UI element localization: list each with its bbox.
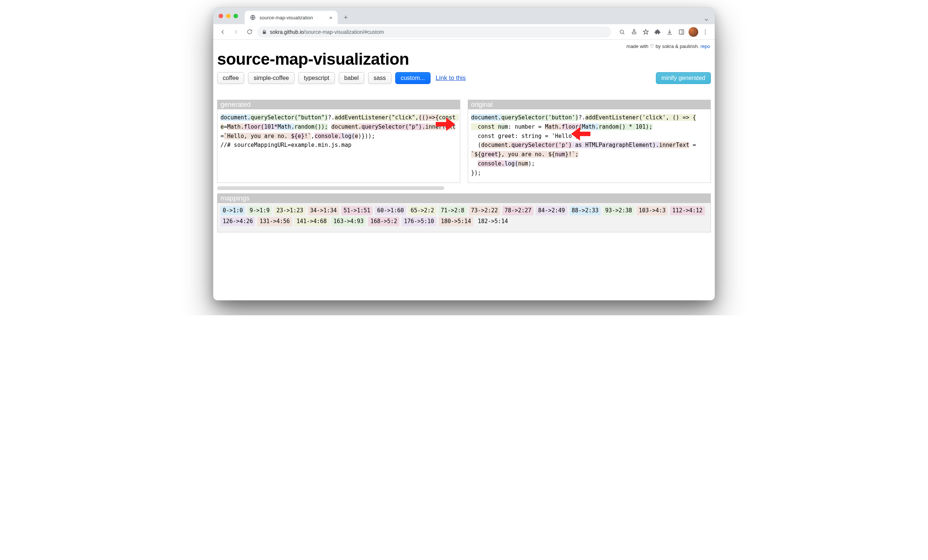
mapping-chip[interactable]: 65->2:2: [408, 206, 436, 215]
custom-button[interactable]: custom...: [395, 72, 430, 84]
svg-rect-3: [679, 30, 684, 34]
example-typescript-button[interactable]: typescript: [298, 72, 334, 84]
link-to-this[interactable]: Link to this: [436, 74, 466, 82]
mapping-chip[interactable]: 34->1:34: [308, 206, 339, 215]
forward-button[interactable]: [230, 26, 242, 38]
browser-window: source-map-visualization × +: [213, 8, 715, 301]
profile-avatar[interactable]: [688, 26, 699, 38]
new-tab-button[interactable]: +: [340, 12, 351, 23]
mappings-panel: mappings 0->1:09->1:923->1:2334->1:3451-…: [217, 193, 711, 232]
mapping-chip[interactable]: 163->4:93: [331, 217, 366, 226]
url-text: sokra.github.io/source-map-visualization…: [270, 29, 384, 35]
example-simple-coffee-button[interactable]: simple-coffee: [248, 72, 295, 84]
mapping-chip[interactable]: 93->2:38: [603, 206, 634, 215]
generated-code[interactable]: document.querySelector("button")?.addEve…: [218, 109, 460, 155]
svg-point-4: [705, 29, 706, 30]
browser-tab[interactable]: source-map-visualization ×: [245, 11, 337, 24]
mapping-chip[interactable]: 23->1:23: [274, 206, 305, 215]
browser-tabstrip: source-map-visualization × +: [214, 8, 714, 24]
mapping-chip[interactable]: 176->5:10: [401, 217, 436, 226]
mapping-chip[interactable]: 88->2:33: [569, 206, 601, 215]
mapping-chip[interactable]: 0->1:0: [220, 206, 245, 215]
page-content: made with ♡ by sokra & paulirish. repo s…: [214, 40, 714, 300]
mappings-panel-header: mappings: [218, 194, 710, 203]
example-sass-button[interactable]: sass: [368, 72, 392, 84]
svg-point-6: [705, 34, 706, 34]
tabs-overflow-icon[interactable]: [704, 17, 710, 23]
page-title: source-map-visualization: [217, 50, 711, 69]
svg-point-5: [705, 31, 706, 32]
browser-toolbar: sokra.github.io/source-map-visualization…: [214, 24, 714, 40]
toolbar-actions: [617, 26, 711, 38]
mapping-chip[interactable]: 60->1:60: [375, 206, 406, 215]
extensions-icon[interactable]: [652, 26, 663, 38]
back-button[interactable]: [217, 26, 228, 38]
window-controls: [218, 8, 245, 24]
kebab-menu-icon[interactable]: [700, 26, 711, 38]
mapping-chip[interactable]: 71->2:8: [439, 206, 467, 215]
address-bar[interactable]: sokra.github.io/source-map-visualization…: [257, 26, 611, 38]
mapping-chip[interactable]: 182->5:14: [476, 217, 510, 226]
svg-point-1: [620, 30, 624, 33]
original-panel-header: original: [468, 100, 710, 109]
generated-panel: generated document.querySelector("button…: [217, 100, 460, 183]
credit-line: made with ♡ by sokra & paulirish. repo: [217, 42, 711, 49]
search-icon[interactable]: [617, 26, 627, 38]
mapping-chip[interactable]: 84->2:49: [536, 206, 567, 215]
close-tab-icon[interactable]: ×: [329, 15, 333, 20]
mapping-chip[interactable]: 112->4:12: [670, 206, 705, 215]
example-babel-button[interactable]: babel: [339, 72, 364, 84]
original-code[interactable]: document.querySelector('button')?.addEve…: [468, 109, 710, 183]
mapping-chip[interactable]: 141->4:68: [295, 217, 329, 226]
mapping-chip[interactable]: 73->2:22: [469, 206, 500, 215]
reload-button[interactable]: [244, 26, 255, 38]
minify-generated-button[interactable]: minify generated: [656, 72, 711, 84]
tab-title: source-map-visualization: [259, 15, 313, 20]
mapping-chip[interactable]: 168->5:2: [368, 217, 399, 226]
repo-link[interactable]: repo: [701, 44, 710, 49]
example-coffee-button[interactable]: coffee: [217, 72, 244, 84]
globe-icon: [250, 15, 256, 20]
example-buttons-row: coffee simple-coffee typescript babel sa…: [217, 72, 711, 84]
star-icon[interactable]: [640, 26, 652, 38]
minimize-window-icon[interactable]: [226, 14, 230, 18]
downloads-icon[interactable]: [664, 26, 675, 38]
maximize-window-icon[interactable]: [234, 14, 238, 18]
mapping-chip[interactable]: 126->4:26: [220, 217, 255, 226]
mapping-chip[interactable]: 51->1:51: [341, 206, 372, 215]
panel-icon[interactable]: [676, 26, 687, 38]
code-panels: generated document.querySelector("button…: [217, 100, 711, 183]
mapping-chip[interactable]: 180->5:14: [439, 217, 473, 226]
mapping-chip[interactable]: 9->1:9: [247, 206, 272, 215]
mapping-chip[interactable]: 103->4:3: [636, 206, 668, 215]
close-window-icon[interactable]: [218, 14, 223, 18]
original-panel: original document.querySelector('button'…: [468, 100, 711, 183]
lock-icon: [262, 29, 267, 35]
generated-panel-header: generated: [218, 100, 460, 109]
scrollbar-thumb[interactable]: [217, 186, 444, 190]
share-icon[interactable]: [628, 26, 640, 38]
horizontal-scrollbar[interactable]: [217, 185, 711, 191]
mapping-chip[interactable]: 131->4:56: [257, 217, 292, 226]
mapping-chip[interactable]: 78->2:27: [502, 206, 534, 215]
mappings-list: 0->1:09->1:923->1:2334->1:3451->1:5160->…: [218, 203, 710, 232]
